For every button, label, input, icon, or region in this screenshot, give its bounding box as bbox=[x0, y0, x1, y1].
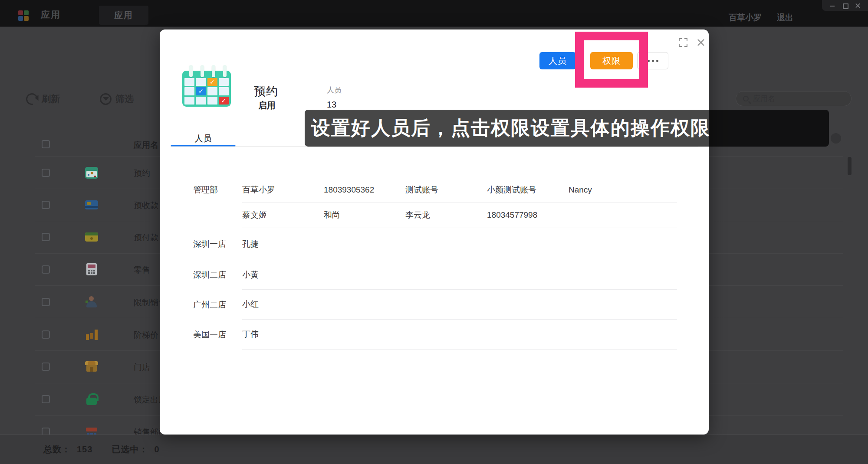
window-titlebar: 应用 应用 百草小罗 退出 bbox=[0, 0, 868, 27]
dept-cell: 广州二店 bbox=[193, 290, 242, 320]
person-icon bbox=[85, 295, 98, 308]
app-row-label[interactable]: 门店 bbox=[134, 362, 150, 373]
tutorial-tooltip: 设置好人员后，点击权限设置具体的操作权限 bbox=[305, 110, 829, 147]
bar-steps-icon bbox=[85, 328, 98, 341]
app-row-label[interactable]: 零售 bbox=[134, 265, 150, 276]
funnel-icon bbox=[100, 93, 112, 105]
filter-label: 筛选 bbox=[115, 93, 134, 105]
table-row: 深圳二店 小黄 bbox=[193, 260, 677, 290]
window-controls bbox=[822, 0, 868, 11]
app-row-label[interactable]: 阶梯价 bbox=[134, 330, 158, 341]
member-cell: 18034577998 bbox=[487, 210, 569, 220]
row-checkbox[interactable] bbox=[42, 298, 50, 306]
member-cell: 百草小罗 bbox=[242, 184, 324, 196]
gear-icon[interactable] bbox=[831, 133, 841, 144]
close-dialog-icon[interactable] bbox=[697, 39, 705, 46]
app-grid-logo-icon bbox=[18, 10, 29, 21]
member-cell: 孔捷 bbox=[242, 239, 324, 250]
storefront-icon bbox=[85, 360, 98, 373]
row-checkbox[interactable] bbox=[42, 201, 50, 209]
yellow-card-icon bbox=[85, 230, 98, 243]
table-row: 管理部 百草小罗 18039305362 测试账号 小颜测试账号 Nancy bbox=[193, 177, 677, 203]
status-label: 状态 bbox=[258, 85, 273, 95]
table-row: 深圳一店 孔捷 bbox=[193, 228, 677, 260]
topbar-app-label: 应用 bbox=[41, 9, 61, 21]
app-row-label[interactable]: 预收款 bbox=[134, 200, 158, 211]
row-checkbox[interactable] bbox=[42, 169, 50, 177]
member-cell: 小黄 bbox=[242, 269, 324, 281]
filter-button[interactable]: 筛选 bbox=[100, 93, 134, 105]
member-cell: 丁伟 bbox=[242, 329, 324, 340]
selected-label: 已选中： bbox=[112, 444, 148, 455]
maximize-icon[interactable] bbox=[842, 3, 848, 8]
row-checkbox[interactable] bbox=[42, 395, 50, 403]
teal-calendar-checks-icon: ✓ ✓ ✓ bbox=[182, 65, 231, 107]
search-icon bbox=[743, 96, 749, 101]
row-checkbox[interactable] bbox=[42, 265, 50, 274]
total-label: 总数： bbox=[43, 444, 71, 455]
app-row-label[interactable]: 预付款 bbox=[134, 232, 158, 243]
member-cell: 蔡文姬 bbox=[242, 209, 324, 221]
column-header-appname: 应用名 bbox=[134, 140, 158, 151]
member-cell: 测试账号 bbox=[405, 184, 487, 196]
tab-staff[interactable]: 人员 bbox=[187, 133, 220, 144]
logout-link[interactable]: 退出 bbox=[777, 12, 793, 23]
app-row-label[interactable]: 预约 bbox=[134, 168, 150, 179]
status-value: 启用 bbox=[258, 100, 276, 111]
tutorial-text: 设置好人员后，点击权限设置具体的操作权限 bbox=[311, 115, 710, 141]
row-checkbox[interactable] bbox=[42, 233, 50, 241]
member-cell: 小红 bbox=[242, 299, 324, 310]
fullscreen-icon[interactable] bbox=[679, 38, 687, 47]
dept-cell: 深圳一店 bbox=[193, 228, 242, 260]
app-search-box[interactable] bbox=[736, 91, 852, 106]
calendar-icon bbox=[85, 166, 98, 179]
table-row: 广州二店 小红 bbox=[193, 290, 677, 320]
status-bar: 总数： 153 已选中： 0 bbox=[0, 435, 868, 464]
blue-card-icon bbox=[85, 198, 98, 211]
close-window-icon[interactable] bbox=[855, 3, 861, 8]
row-checkbox[interactable] bbox=[42, 363, 50, 371]
app-detail-dialog: ✓ ✓ ✓ 预约 状态 启用 人员 13 人员 权限 人员 管理部 百草小罗 1… bbox=[160, 29, 709, 435]
highlight-rectangle bbox=[575, 32, 648, 88]
member-cell: 李云龙 bbox=[405, 209, 487, 221]
staff-count-value: 13 bbox=[327, 100, 336, 110]
staff-count-label: 人员 bbox=[327, 85, 342, 95]
selected-count: 0 bbox=[154, 444, 159, 454]
pos-terminal-icon bbox=[85, 263, 98, 276]
member-cell: 和尚 bbox=[324, 209, 405, 221]
dept-cell: 深圳二店 bbox=[193, 260, 242, 290]
member-cell: 18039305362 bbox=[324, 185, 405, 195]
dept-cell: 管理部 bbox=[193, 177, 242, 203]
refresh-button[interactable]: 刷新 bbox=[26, 93, 60, 105]
member-cell: 小颜测试账号 bbox=[487, 184, 569, 196]
select-all-checkbox[interactable] bbox=[42, 140, 50, 148]
refresh-icon bbox=[24, 91, 40, 107]
scrollbar-thumb[interactable] bbox=[848, 157, 852, 175]
staff-button[interactable]: 人员 bbox=[539, 52, 576, 69]
row-checkbox[interactable] bbox=[42, 330, 50, 339]
dept-cell bbox=[193, 203, 242, 228]
username[interactable]: 百草小罗 bbox=[729, 12, 762, 23]
dept-cell: 美国一店 bbox=[193, 320, 242, 350]
search-input[interactable] bbox=[753, 95, 835, 103]
minimize-icon[interactable] bbox=[830, 3, 835, 8]
table-row: 蔡文姬 和尚 李云龙 18034577998 bbox=[193, 203, 677, 228]
table-row: 美国一店 丁伟 bbox=[193, 320, 677, 350]
topbar-tab-apps[interactable]: 应用 bbox=[99, 6, 148, 25]
green-lock-icon bbox=[85, 392, 98, 405]
total-count: 153 bbox=[77, 444, 92, 454]
member-cell: Nancy bbox=[569, 185, 650, 195]
refresh-label: 刷新 bbox=[42, 93, 60, 105]
